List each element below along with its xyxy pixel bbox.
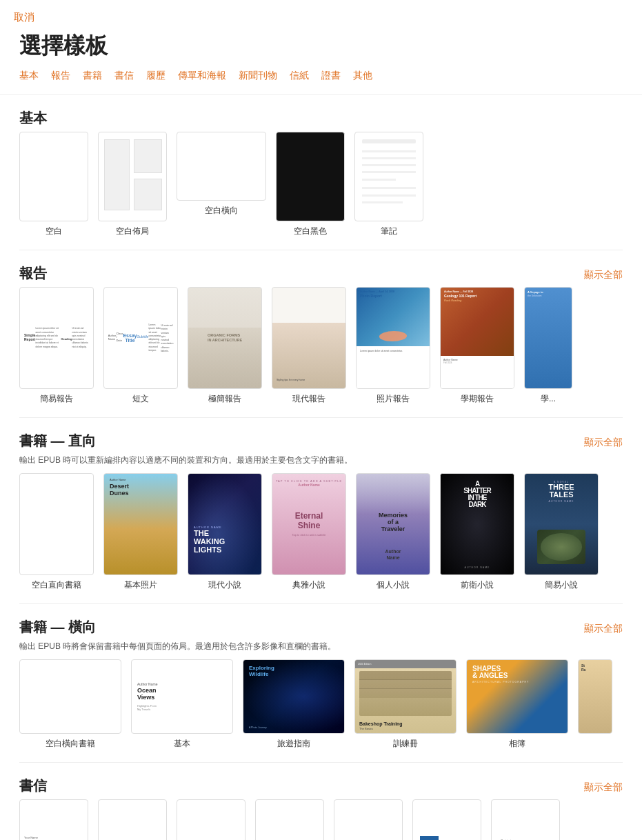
template-label: 學... [541, 393, 556, 405]
template-label: 空白佈局 [116, 226, 149, 237]
books-portrait-title: 書籍 — 直向 [19, 432, 96, 450]
template-letter-5[interactable]: Your Name Address | City | ZIP Dear [Nam… [334, 799, 403, 840]
template-label: 簡易報告 [40, 393, 73, 405]
template-three-tales[interactable]: A Novel THREETALES AUTHOR NAME 簡易小說 [524, 473, 599, 591]
template-wildlife[interactable]: ExploringWildlife A Photo Journey 旅遊指南 [243, 659, 345, 750]
template-label: 訓練冊 [393, 738, 418, 750]
books-landscape-show-all[interactable]: 顯示全部 [584, 623, 623, 635]
category-nav: 基本 報告 書籍 書信 履歷 傳單和海報 新聞刊物 信紙 證書 其他 [0, 70, 642, 95]
template-letter-3[interactable]: SENDER NAME Address Line Dear [Name], [177, 799, 245, 840]
nav-stationery[interactable]: 信紙 [290, 70, 309, 82]
template-letter-4[interactable]: Sender Name Title • Company Lorem ipsum … [255, 799, 324, 840]
reports-title: 報告 [19, 264, 47, 283]
nav-certificate[interactable]: 證書 [321, 70, 341, 82]
reports-section: 報告 顯示全部 Simple Report Lorem ipsum dolor … [0, 250, 642, 417]
template-label: 學期報告 [461, 393, 494, 405]
template-bakeshop[interactable]: 2024 Edition Bakeshop Training The Basic… [354, 659, 457, 750]
template-photo-report[interactable]: Author Name — April 14, 2028 Photo Repor… [356, 287, 430, 405]
template-label: 典雅小說 [292, 579, 325, 591]
template-shatter-dark[interactable]: ASHATTERIN THEDARK AUTHOR NAME 前衛小說 [440, 473, 514, 591]
letters-title: 書信 [19, 777, 47, 795]
nav-books[interactable]: 書籍 [83, 70, 102, 82]
books-portrait-show-all[interactable]: 顯示全部 [584, 437, 623, 449]
template-label: 基本 [174, 738, 190, 750]
template-label: 空白 [46, 226, 62, 237]
template-ocean-views[interactable]: Author Name OceanViews Highlights FromMy… [131, 659, 233, 750]
template-letter-6[interactable]: LETTERHEAD Dear [Name], Lorem ipsum dolo… [412, 799, 481, 840]
template-letter-7[interactable]: Date Recipient Name Dear [Name], Lorem i… [491, 799, 560, 840]
letters-templates-row: Your NameAddressCity, State ZIP Dear [Na… [19, 799, 623, 840]
books-portrait-subtitle: 輸出 EPUB 時可以重新編排內容以適應不同的裝置和方向。最適用於主要包含文字的… [19, 454, 623, 466]
template-label: 現代報告 [292, 393, 325, 405]
template-shapes-angles[interactable]: SHAPES& ANGLES ARCHITECTURAL PHOTOGRAPHY… [466, 659, 568, 750]
nav-resume[interactable]: 履歷 [146, 70, 165, 82]
template-blank-book-v[interactable]: 空白直向書籍 [19, 473, 94, 591]
template-letter-1[interactable]: Your NameAddressCity, State ZIP Dear [Na… [19, 799, 88, 840]
template-organic[interactable]: ORGANIC FORMSIN ARCHITECTURE 極簡報告 [188, 287, 262, 405]
page-title: 選擇樣板 [0, 27, 642, 70]
template-partial-h[interactable]: StRa [578, 659, 612, 750]
template-geology[interactable]: Author Name — Fall 2024 Geology 101 Repo… [440, 287, 514, 405]
books-landscape-title: 書籍 — 橫向 [19, 618, 96, 637]
template-label: 個人小說 [377, 579, 410, 591]
letters-show-all[interactable]: 顯示全部 [584, 781, 623, 794]
template-label: 空白直向書籍 [32, 579, 81, 591]
template-waking-lights[interactable]: Author Name THEWAKINGLIGHTS 現代小說 [188, 473, 262, 591]
template-label: 旅遊指南 [277, 738, 310, 750]
template-label: 相簿 [509, 738, 525, 750]
basic-templates-row: 空白 空白佈局 空白橫向 空白黑色 [19, 132, 623, 243]
template-blank-layout[interactable]: 空白佈局 [98, 132, 167, 237]
books-landscape-subtitle: 輸出 EPUB 時將會保留書籍中每個頁面的佈局。最適用於包含許多影像和直欄的書籍… [19, 641, 623, 652]
books-landscape-section: 書籍 — 橫向 顯示全部 輸出 EPUB 時將會保留書籍中每個頁面的佈局。最適用… [0, 604, 642, 762]
basic-title: 基本 [19, 109, 47, 128]
nav-basic[interactable]: 基本 [19, 70, 39, 82]
template-voyage[interactable]: A Voyage to the Unknown 學... [524, 287, 572, 405]
books-portrait-section: 書籍 — 直向 顯示全部 輸出 EPUB 時可以重新編排內容以適應不同的裝置和方… [0, 418, 642, 603]
template-label: 空白橫向 [205, 205, 238, 217]
template-label: 前衛小說 [461, 579, 494, 591]
template-blank-black[interactable]: 空白黑色 [276, 132, 345, 237]
reports-show-all[interactable]: 顯示全部 [584, 269, 623, 281]
template-label: 簡易小說 [545, 579, 578, 591]
template-label: 照片報告 [377, 393, 410, 405]
template-desert-dunes[interactable]: Author Name DesertDunes 基本照片 [103, 473, 178, 591]
books-landscape-row: 空白橫向書籍 Author Name OceanViews Highlights… [19, 659, 623, 755]
template-label: 現代小說 [208, 579, 241, 591]
template-blank[interactable]: 空白 [19, 132, 88, 237]
template-letter-2[interactable]: Your Name Address • City • ZIP Dear [Nam… [98, 799, 167, 840]
nav-reports[interactable]: 報告 [51, 70, 70, 82]
template-decorating[interactable]: Simple Home Styling Easy Decorating Styl… [272, 287, 346, 405]
template-label: 極簡報告 [208, 393, 241, 405]
template-notes[interactable]: 筆記 [354, 132, 423, 237]
letters-section: 書信 顯示全部 Your NameAddressCity, State ZIP … [0, 763, 642, 840]
nav-newsletter[interactable]: 新聞刊物 [239, 70, 277, 82]
template-label: 空白黑色 [294, 226, 327, 237]
template-label: 基本照片 [124, 579, 157, 591]
books-portrait-row: 空白直向書籍 Author Name DesertDunes 基本照片 Auth… [19, 473, 623, 597]
template-essay[interactable]: Author Name Class / Date Essay Title Sub… [103, 287, 178, 405]
nav-letters[interactable]: 書信 [114, 70, 134, 82]
template-blank-landscape[interactable]: 空白橫向 [177, 132, 266, 237]
template-simple-report[interactable]: Simple Report Lorem ipsum dolor sit amet… [19, 287, 94, 405]
template-blank-book-h[interactable]: 空白橫向書籍 [19, 659, 121, 750]
basic-section: 基本 空白 空白佈局 空白橫向 空白黑色 [0, 95, 642, 250]
template-eternal-shine[interactable]: Tap to click to add a subtitle Author Na… [272, 473, 346, 591]
cancel-button[interactable]: 取消 [0, 0, 48, 27]
template-label: 空白橫向書籍 [46, 738, 95, 750]
template-memories-traveler[interactable]: Memoriesof aTraveler AuthorName 個人小說 [356, 473, 430, 591]
template-label: 筆記 [381, 226, 397, 237]
nav-other[interactable]: 其他 [353, 70, 372, 82]
reports-templates-row: Simple Report Lorem ipsum dolor sit amet… [19, 287, 623, 410]
nav-flyer[interactable]: 傳單和海報 [178, 70, 226, 82]
template-label: 短文 [132, 393, 149, 405]
